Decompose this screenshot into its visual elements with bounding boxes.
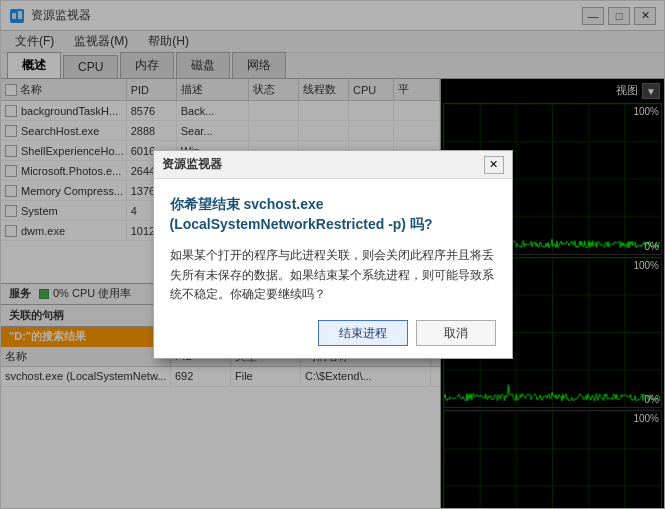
dialog-heading: 你希望结束 svchost.exe(LocalSystemNetworkRest…: [170, 195, 496, 234]
dialog-title: 资源监视器: [162, 156, 222, 173]
dialog-body: 你希望结束 svchost.exe(LocalSystemNetworkRest…: [154, 179, 512, 358]
dialog-buttons: 结束进程 取消: [170, 320, 496, 346]
dialog-title-bar: 资源监视器 ✕: [154, 151, 512, 179]
cancel-button[interactable]: 取消: [416, 320, 496, 346]
dialog-close-button[interactable]: ✕: [484, 156, 504, 174]
confirm-dialog: 资源监视器 ✕ 你希望结束 svchost.exe(LocalSystemNet…: [153, 150, 513, 359]
confirm-button[interactable]: 结束进程: [318, 320, 408, 346]
dialog-text: 如果某个打开的程序与此进程关联，则会关闭此程序并且将丢失所有未保存的数据。如果结…: [170, 246, 496, 304]
dialog-overlay: 资源监视器 ✕ 你希望结束 svchost.exe(LocalSystemNet…: [1, 1, 664, 508]
